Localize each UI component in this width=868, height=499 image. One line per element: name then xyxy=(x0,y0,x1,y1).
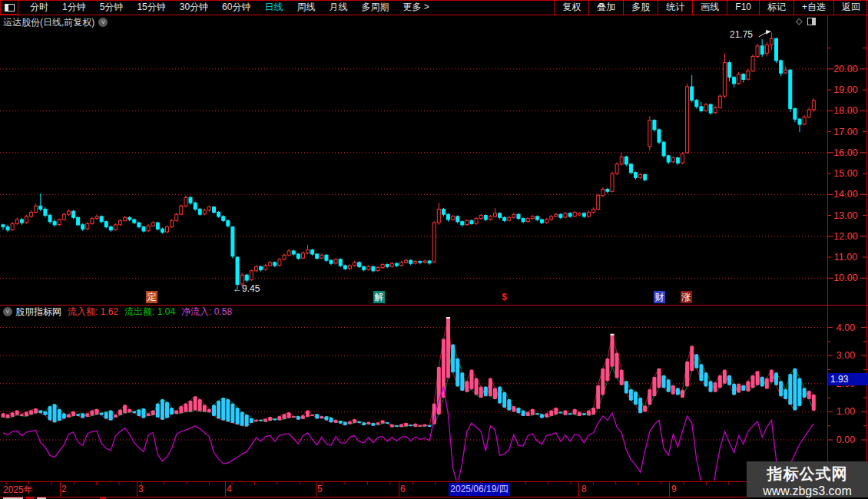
tab-60min[interactable]: 60分钟 xyxy=(215,1,257,14)
inflow-field: 流入额: 1.62 xyxy=(68,306,118,319)
stock-title[interactable]: 运达股份(日线,前复权) xyxy=(3,16,94,29)
time-axis-label: 8 xyxy=(581,484,587,494)
svg-text:1.00: 1.00 xyxy=(837,406,855,417)
svg-text:20.00: 20.00 xyxy=(833,64,857,74)
button-f10[interactable]: F10 xyxy=(727,0,759,15)
time-axis-label: 4 xyxy=(227,484,232,494)
event-badge-zhang: 涨 xyxy=(681,291,692,303)
svg-text:10.00: 10.00 xyxy=(833,273,857,283)
svg-text:14.00: 14.00 xyxy=(833,189,857,200)
button-stats[interactable]: 统计 xyxy=(658,0,692,15)
top-toolbar: 分时 1分钟 5分钟 15分钟 30分钟 60分钟 日线 周线 月线 多周期 更… xyxy=(0,0,868,15)
button-overlay[interactable]: 叠加 xyxy=(588,0,623,15)
time-axis-label: 9 xyxy=(671,484,677,494)
event-badge-jie: 解 xyxy=(373,291,385,303)
time-axis-label: 2025年 xyxy=(3,484,33,497)
high-price-label: 21.75 xyxy=(730,29,753,40)
event-badge-dollar: $ xyxy=(499,291,510,303)
svg-text:17.00: 17.00 xyxy=(833,127,857,137)
low-price-label: ←9.45 xyxy=(233,283,260,294)
collapse-chevron-icon[interactable]: ˅ xyxy=(3,307,12,316)
tools-menu: 复权 叠加 多股 统计 画线 F10 标记 +自选 返回 xyxy=(554,0,868,15)
button-mark[interactable]: 标记 xyxy=(759,0,793,15)
indicator-value-badge: 1.93 xyxy=(828,373,868,385)
split-panel-icon[interactable] xyxy=(807,18,816,25)
button-add-watchlist[interactable]: +自选 xyxy=(793,0,833,15)
event-badge-cai: 财 xyxy=(654,291,665,303)
svg-text:16.00: 16.00 xyxy=(833,147,857,158)
tab-more[interactable]: 更多 > xyxy=(396,1,436,14)
svg-text:3.00: 3.00 xyxy=(837,350,855,361)
svg-text:18.00: 18.00 xyxy=(833,105,857,116)
svg-text:0.00: 0.00 xyxy=(837,435,855,445)
highlighted-date-badge: 2025/06/19/四 xyxy=(449,483,510,496)
app-window: 20.0019.0018.0017.0016.0015.0014.0013.00… xyxy=(0,0,868,499)
indicator-header: ˅ 股朋指标网 流入额: 1.62 流出额: 1.04 净流入: 0.58 xyxy=(2,306,232,317)
tab-daily[interactable]: 日线 xyxy=(257,1,290,14)
svg-text:19.00: 19.00 xyxy=(833,84,857,95)
svg-text:4.00: 4.00 xyxy=(837,322,855,333)
watermark: 指标公式网 www.zbgs3.com xyxy=(747,461,868,499)
tab-multiperiod[interactable]: 多周期 xyxy=(354,1,396,14)
tab-weekly[interactable]: 周线 xyxy=(290,1,322,14)
button-multistock[interactable]: 多股 xyxy=(623,0,658,15)
diamond-icon[interactable]: ◇ xyxy=(796,16,802,26)
button-back[interactable]: 返回 xyxy=(833,0,868,15)
window-panel-icon[interactable] xyxy=(0,0,18,15)
event-badge-ding: 定 xyxy=(146,291,157,303)
svg-text:15.00: 15.00 xyxy=(833,168,857,179)
tab-1min[interactable]: 1分钟 xyxy=(55,1,93,14)
time-axis-label: 5 xyxy=(317,484,323,494)
button-drawline[interactable]: 画线 xyxy=(692,0,727,15)
svg-text:13.00: 13.00 xyxy=(833,210,857,221)
chart-canvas[interactable]: 20.0019.0018.0017.0016.0015.0014.0013.00… xyxy=(0,0,868,499)
time-axis[interactable]: 2025年2345689 xyxy=(0,483,826,497)
tab-30min[interactable]: 30分钟 xyxy=(173,1,215,14)
tab-15min[interactable]: 15分钟 xyxy=(130,1,172,14)
netflow-field: 净流入: 0.58 xyxy=(181,306,232,319)
svg-text:12.00: 12.00 xyxy=(833,231,857,242)
svg-text:11.00: 11.00 xyxy=(834,252,857,263)
button-fuquan[interactable]: 复权 xyxy=(554,0,588,15)
watermark-url: www.zbgs3.com xyxy=(747,484,868,498)
tab-monthly[interactable]: 月线 xyxy=(322,1,354,14)
indicator-name[interactable]: 股朋指标网 xyxy=(15,306,61,319)
title-bar: 运达股份(日线,前复权) ˅ xyxy=(0,15,826,29)
time-axis-label: 6 xyxy=(400,484,406,494)
panel-layout-icon xyxy=(5,4,15,12)
tab-5min[interactable]: 5分钟 xyxy=(93,1,131,14)
outflow-field: 流出额: 1.04 xyxy=(124,306,175,319)
watermark-title: 指标公式网 xyxy=(747,464,868,484)
title-bar-icons: ◇ xyxy=(796,16,816,26)
time-axis-label: 2 xyxy=(61,484,67,494)
chevron-down-icon[interactable]: ˅ xyxy=(98,18,108,27)
tab-fenshi[interactable]: 分时 xyxy=(23,1,55,14)
time-axis-label: 3 xyxy=(138,484,144,494)
period-menu: 分时 1分钟 5分钟 15分钟 30分钟 60分钟 日线 周线 月线 多周期 更… xyxy=(23,1,554,14)
